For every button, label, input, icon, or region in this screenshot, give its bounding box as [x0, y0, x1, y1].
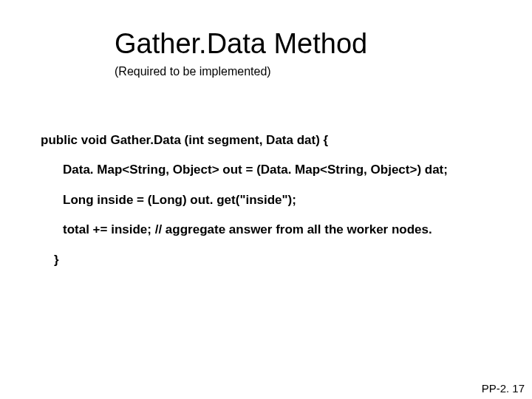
slide: Gather.Data Method (Required to be imple… — [0, 0, 532, 399]
code-line: Long inside = (Long) out. get("inside"); — [41, 193, 499, 208]
code-block: public void Gather.Data (int segment, Da… — [41, 133, 499, 282]
code-line: total += inside; // aggregate answer fro… — [41, 222, 499, 237]
slide-subtitle: (Required to be implemented) — [115, 65, 271, 78]
page-number: PP-2. 17 — [482, 382, 525, 395]
code-line: Data. Map<String, Object> out = (Data. M… — [41, 163, 499, 177]
slide-title: Gather.Data Method — [115, 28, 367, 60]
code-line: public void Gather.Data (int segment, Da… — [41, 133, 499, 148]
code-line: } — [41, 253, 499, 267]
